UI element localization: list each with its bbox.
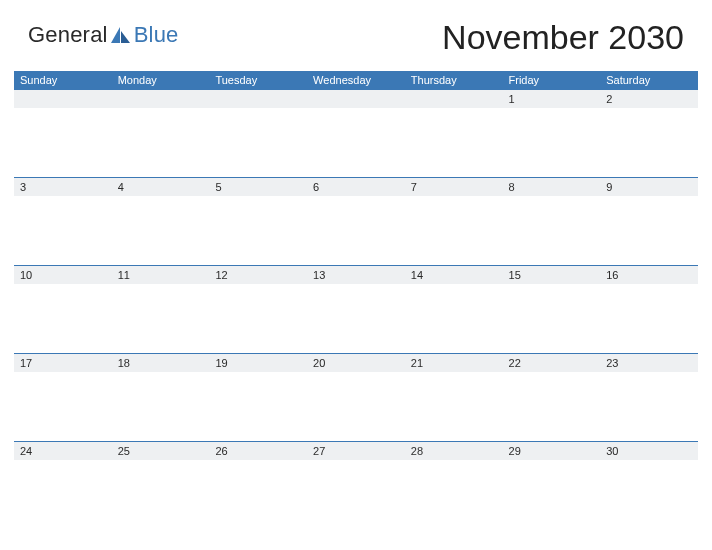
day-number: 16 xyxy=(600,266,698,284)
calendar-body: 1234567891011121314151617181920212223242… xyxy=(14,90,698,530)
calendar: Sunday Monday Tuesday Wednesday Thursday… xyxy=(14,71,698,530)
day-cell xyxy=(112,460,210,530)
day-cell xyxy=(503,372,601,442)
day-number-row: 10111213141516 xyxy=(14,266,698,284)
logo-text: General xyxy=(28,22,108,48)
weekday-header: Sunday xyxy=(14,71,112,90)
day-cell xyxy=(14,108,112,178)
day-body-row xyxy=(14,284,698,354)
day-number: 14 xyxy=(405,266,503,284)
day-number: 12 xyxy=(209,266,307,284)
day-number: 10 xyxy=(14,266,112,284)
weekday-header: Saturday xyxy=(600,71,698,90)
day-cell xyxy=(307,372,405,442)
day-cell xyxy=(600,284,698,354)
day-cell xyxy=(503,460,601,530)
day-number: 18 xyxy=(112,354,210,372)
day-number: 17 xyxy=(14,354,112,372)
day-cell xyxy=(405,460,503,530)
day-number: 21 xyxy=(405,354,503,372)
day-number: 24 xyxy=(14,442,112,460)
weekday-header: Monday xyxy=(112,71,210,90)
day-number: 15 xyxy=(503,266,601,284)
day-cell xyxy=(600,460,698,530)
day-body-row xyxy=(14,460,698,530)
day-number xyxy=(14,90,112,108)
sail-icon xyxy=(110,25,132,45)
day-number xyxy=(112,90,210,108)
day-number-row: 12 xyxy=(14,90,698,108)
day-number: 8 xyxy=(503,178,601,196)
day-cell xyxy=(600,372,698,442)
day-number xyxy=(209,90,307,108)
page-title: November 2030 xyxy=(442,18,684,57)
day-cell xyxy=(600,196,698,266)
day-number: 25 xyxy=(112,442,210,460)
day-number-row: 17181920212223 xyxy=(14,354,698,372)
day-cell xyxy=(112,372,210,442)
day-cell xyxy=(14,284,112,354)
day-cell xyxy=(405,284,503,354)
day-cell xyxy=(209,372,307,442)
day-number: 28 xyxy=(405,442,503,460)
day-number: 13 xyxy=(307,266,405,284)
day-cell xyxy=(503,196,601,266)
day-number xyxy=(405,90,503,108)
weekday-header-row: Sunday Monday Tuesday Wednesday Thursday… xyxy=(14,71,698,90)
weekday-header: Friday xyxy=(503,71,601,90)
day-body-row xyxy=(14,196,698,266)
day-number: 2 xyxy=(600,90,698,108)
day-number-row: 3456789 xyxy=(14,178,698,196)
day-number: 9 xyxy=(600,178,698,196)
day-cell xyxy=(209,460,307,530)
logo-name: General xyxy=(28,22,108,47)
day-cell xyxy=(503,284,601,354)
day-number: 22 xyxy=(503,354,601,372)
day-cell xyxy=(112,196,210,266)
day-cell xyxy=(14,460,112,530)
day-number: 30 xyxy=(600,442,698,460)
day-number: 19 xyxy=(209,354,307,372)
day-cell xyxy=(307,460,405,530)
day-number: 4 xyxy=(112,178,210,196)
logo-accent: Blue xyxy=(134,22,179,48)
day-number: 1 xyxy=(503,90,601,108)
weekday-header: Wednesday xyxy=(307,71,405,90)
day-number: 5 xyxy=(209,178,307,196)
day-cell xyxy=(112,108,210,178)
day-body-row xyxy=(14,372,698,442)
day-number-row: 24252627282930 xyxy=(14,442,698,460)
day-cell xyxy=(405,108,503,178)
day-cell xyxy=(600,108,698,178)
day-number: 3 xyxy=(14,178,112,196)
day-cell xyxy=(307,284,405,354)
day-cell xyxy=(14,372,112,442)
day-body-row xyxy=(14,108,698,178)
header: General Blue November 2030 xyxy=(28,18,684,57)
day-cell xyxy=(112,284,210,354)
day-number: 23 xyxy=(600,354,698,372)
day-number: 27 xyxy=(307,442,405,460)
day-cell xyxy=(14,196,112,266)
day-cell xyxy=(209,196,307,266)
weekday-header: Thursday xyxy=(405,71,503,90)
day-cell xyxy=(405,196,503,266)
day-cell xyxy=(307,108,405,178)
weekday-header: Tuesday xyxy=(209,71,307,90)
day-cell xyxy=(307,196,405,266)
day-cell xyxy=(405,372,503,442)
day-number: 11 xyxy=(112,266,210,284)
logo: General Blue xyxy=(28,18,179,48)
day-number xyxy=(307,90,405,108)
day-cell xyxy=(209,108,307,178)
day-cell xyxy=(503,108,601,178)
day-number: 26 xyxy=(209,442,307,460)
day-number: 20 xyxy=(307,354,405,372)
day-number: 29 xyxy=(503,442,601,460)
day-number: 7 xyxy=(405,178,503,196)
day-number: 6 xyxy=(307,178,405,196)
day-cell xyxy=(209,284,307,354)
